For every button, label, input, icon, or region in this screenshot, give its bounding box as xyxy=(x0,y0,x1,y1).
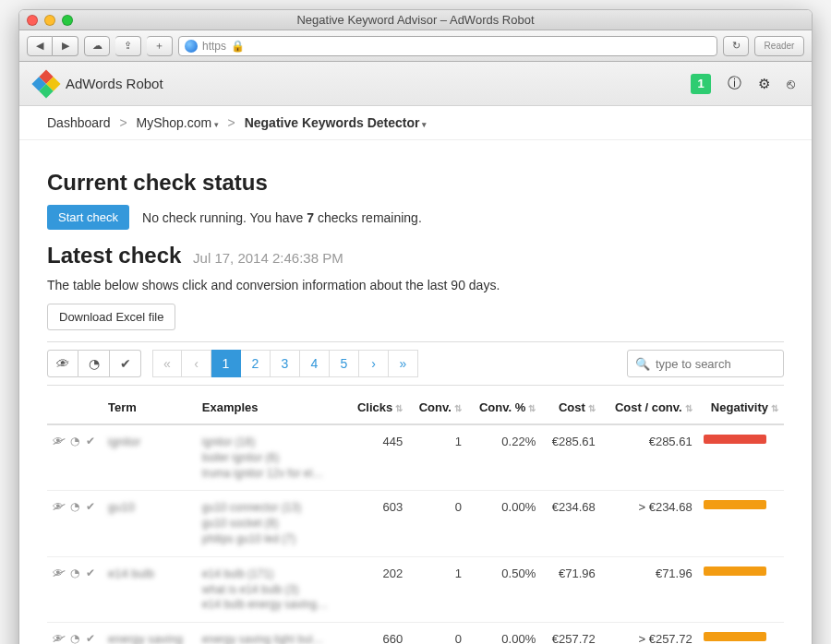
reload-button[interactable]: ↻ xyxy=(723,36,749,56)
cell-clicks: 603 xyxy=(346,491,408,556)
table-row: 👁◔✔gu10gu10 connector (13)gu10 socket (8… xyxy=(47,491,784,556)
row-hide-icon[interactable]: 👁 xyxy=(53,435,66,447)
sort-icon: ⇅ xyxy=(395,403,403,413)
col-cost-conv[interactable]: Cost / conv.⇅ xyxy=(601,391,698,424)
page-5[interactable]: 5 xyxy=(330,350,359,377)
cell-conv: 1 xyxy=(408,424,467,491)
address-bar[interactable]: https 🔒 xyxy=(178,36,717,56)
cell-cost: €234.68 xyxy=(541,491,601,556)
col-negativity[interactable]: Negativity⇅ xyxy=(698,391,784,424)
new-tab-button[interactable]: ＋ xyxy=(147,36,173,56)
nav-back-button[interactable]: ◀ xyxy=(27,36,53,56)
page-3[interactable]: 3 xyxy=(271,350,300,377)
crumb-shop[interactable]: MyShop.com xyxy=(136,115,218,130)
latest-heading: Latest check Jul 17, 2014 2:46:38 PM xyxy=(47,243,784,268)
cell-negativity xyxy=(698,491,784,556)
col-cost[interactable]: Cost⇅ xyxy=(541,391,601,424)
table-row: 👁◔✔energy savingenergy saving light bul…… xyxy=(47,623,784,644)
cell-clicks: 202 xyxy=(346,556,408,622)
row-actions: 👁◔✔ xyxy=(53,435,97,447)
url-scheme: https xyxy=(202,40,226,53)
col-examples[interactable]: Examples xyxy=(197,391,346,424)
sort-icon: ⇅ xyxy=(771,403,778,413)
page-first[interactable]: « xyxy=(152,350,182,377)
row-check-icon[interactable]: ✔ xyxy=(86,435,97,447)
logout-icon[interactable]: ⎋ xyxy=(787,76,795,91)
row-clock-icon[interactable]: ◔ xyxy=(70,500,81,513)
col-conv-pct[interactable]: Conv. %⇅ xyxy=(467,391,541,424)
cell-conv-pct: 0.50% xyxy=(467,556,541,622)
row-check-icon[interactable]: ✔ xyxy=(86,566,97,579)
table-row: 👁◔✔ignitorignitor (18)boiler ignitor (6)… xyxy=(47,424,784,491)
cell-examples: e14 bulb (171)what is e14 bulb (3)e14 bu… xyxy=(197,556,346,622)
page-1[interactable]: 1 xyxy=(211,350,241,377)
breadcrumb: Dashboard > MyShop.com > Negative Keywor… xyxy=(19,106,812,140)
row-check-icon[interactable]: ✔ xyxy=(86,500,97,513)
crumb-dashboard[interactable]: Dashboard xyxy=(47,115,111,130)
col-clicks[interactable]: Clicks⇅ xyxy=(346,391,408,424)
row-hide-icon[interactable]: 👁 xyxy=(53,566,66,579)
main-content: Current check status Start check No chec… xyxy=(19,140,812,644)
cell-term: energy saving xyxy=(108,632,183,644)
site-favicon-icon xyxy=(185,40,198,53)
cell-cost: €71.96 xyxy=(541,556,601,622)
brand-name: AdWords Robot xyxy=(66,76,163,91)
download-button[interactable]: Download Excel file xyxy=(47,304,175,330)
sort-icon: ⇅ xyxy=(588,403,596,413)
search-input[interactable] xyxy=(656,357,776,371)
latest-timestamp: Jul 17, 2014 2:46:38 PM xyxy=(193,250,343,266)
reader-button[interactable]: Reader xyxy=(754,36,804,56)
cell-examples: ignitor (18)boiler ignitor (6)truma igni… xyxy=(197,424,346,491)
check-icon: ✔ xyxy=(120,356,131,371)
cell-conv-pct: 0.22% xyxy=(467,424,541,491)
zoom-window-icon[interactable] xyxy=(62,15,73,26)
approve-button[interactable]: ✔ xyxy=(110,350,141,377)
history-button[interactable]: ◔ xyxy=(78,350,110,377)
negativity-bar xyxy=(704,435,766,444)
notification-badge[interactable]: 1 xyxy=(691,74,711,94)
cell-conv: 0 xyxy=(408,491,467,556)
col-term[interactable]: Term xyxy=(102,391,197,424)
page-4[interactable]: 4 xyxy=(300,350,330,377)
icloud-tabs-button[interactable]: ☁ xyxy=(84,36,110,56)
start-check-button[interactable]: Start check xyxy=(47,205,129,230)
cell-examples: energy saving light bul…energy saving bu… xyxy=(197,623,346,644)
sort-icon: ⇅ xyxy=(454,403,462,413)
search-box[interactable]: 🔍 xyxy=(627,350,784,377)
page-last[interactable]: » xyxy=(389,350,418,377)
traffic-lights xyxy=(27,15,73,26)
row-hide-icon[interactable]: 👁 xyxy=(53,632,66,644)
row-clock-icon[interactable]: ◔ xyxy=(70,435,81,447)
crumb-sep: > xyxy=(228,115,235,130)
cell-cost-conv: €285.61 xyxy=(601,424,698,491)
share-button[interactable]: ⇪ xyxy=(115,36,141,56)
col-conv[interactable]: Conv.⇅ xyxy=(408,391,467,424)
row-clock-icon[interactable]: ◔ xyxy=(70,632,81,644)
crumb-detector[interactable]: Negative Keywords Detector xyxy=(245,115,427,130)
row-check-icon[interactable]: ✔ xyxy=(86,632,97,644)
page-2[interactable]: 2 xyxy=(241,350,271,377)
row-hide-icon[interactable]: 👁 xyxy=(53,500,66,513)
close-window-icon[interactable] xyxy=(27,15,38,26)
row-clock-icon[interactable]: ◔ xyxy=(70,566,81,579)
lock-icon: 🔒 xyxy=(231,40,245,53)
cell-cost-conv: €71.96 xyxy=(601,556,698,622)
gear-icon[interactable]: ⚙ xyxy=(758,76,770,92)
nav-forward-button[interactable]: ▶ xyxy=(53,36,78,56)
row-actions: 👁◔✔ xyxy=(53,566,97,579)
pagination: « ‹ 1 2 3 4 5 › » xyxy=(152,350,418,377)
page-prev[interactable]: ‹ xyxy=(182,350,211,377)
status-heading: Current check status xyxy=(47,170,784,196)
cell-term: e14 bulb xyxy=(108,566,154,580)
cell-negativity xyxy=(698,556,784,622)
hide-button[interactable]: 👁 xyxy=(47,350,78,377)
cell-term: ignitor xyxy=(108,435,140,448)
app-header: AdWords Robot 1 ⓘ ⚙ ⎋ xyxy=(19,62,812,106)
cell-cost: €285.61 xyxy=(541,424,601,491)
minimize-window-icon[interactable] xyxy=(44,15,55,26)
page-next[interactable]: › xyxy=(359,350,389,377)
negativity-bar xyxy=(704,632,766,641)
cell-conv: 1 xyxy=(408,556,467,622)
info-icon[interactable]: ⓘ xyxy=(728,75,741,92)
row-actions: 👁◔✔ xyxy=(53,500,97,513)
